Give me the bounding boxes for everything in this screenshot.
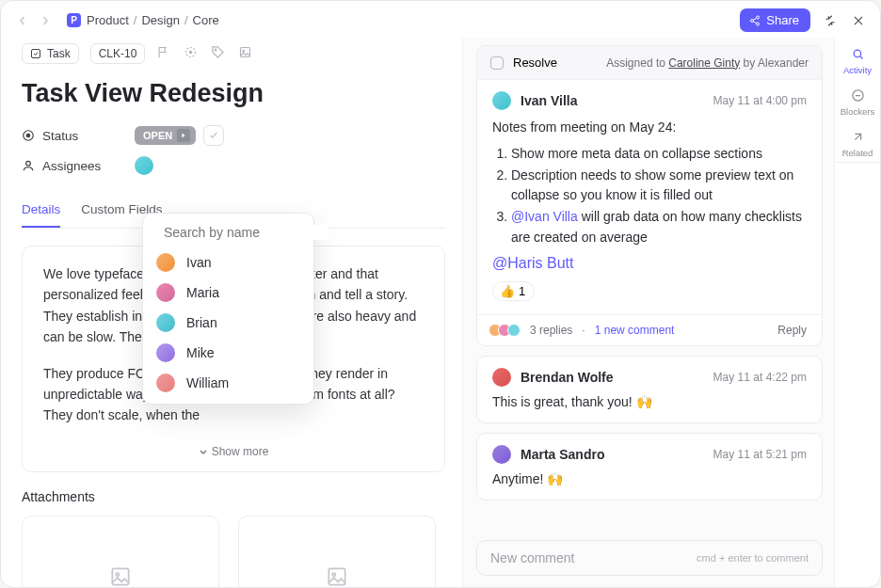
assignee-dropdown[interactable]: Ivan Maria Brian Mike William [142, 213, 314, 405]
svg-point-8 [243, 50, 245, 52]
comment-avatar [492, 368, 511, 387]
new-comment-input[interactable]: New comment cmd + enter to comment [476, 540, 823, 576]
comment-card: Marta Sandro May 11 at 5:21 pm Anytime! … [476, 433, 823, 501]
assignee-option[interactable]: Mike [143, 338, 313, 368]
svg-point-5 [190, 51, 193, 54]
status-icon [22, 129, 35, 142]
assignees-icon [22, 159, 35, 172]
svg-point-1 [751, 19, 754, 22]
resolve-checkbox[interactable] [490, 56, 504, 70]
thread-assignment: Assigned to Caroline Ginty by Alexander [606, 56, 809, 70]
nav-back[interactable] [14, 12, 31, 29]
comment-avatar [492, 445, 511, 464]
svg-point-11 [26, 161, 31, 166]
svg-point-10 [26, 134, 30, 137]
comment-text: Notes from meeting on May 24: [492, 119, 807, 135]
close-icon[interactable] [850, 12, 867, 29]
task-id-chip[interactable]: CLK-10 [90, 43, 146, 64]
assignee-option[interactable]: Brian [143, 308, 313, 338]
reply-button[interactable]: Reply [777, 324, 807, 337]
status-pill[interactable]: OPEN [135, 126, 196, 145]
comment-timestamp: May 11 at 4:22 pm [713, 371, 807, 384]
svg-rect-12 [112, 568, 128, 584]
tab-details[interactable]: Details [22, 197, 60, 228]
breadcrumb: Product/Design/Core [87, 13, 219, 27]
collapse-icon[interactable] [822, 12, 839, 29]
comment-author: Ivan Villa [521, 93, 577, 108]
comment-list-item: Show more meta data on collapse sections [511, 144, 807, 165]
assignee-avatar[interactable] [135, 156, 153, 175]
svg-point-0 [757, 16, 760, 19]
attachment-placeholder[interactable] [238, 516, 436, 587]
crumb-product[interactable]: Product [87, 13, 129, 27]
attachment-placeholder[interactable] [22, 516, 219, 587]
space-badge: P [67, 13, 81, 27]
assignee-option[interactable]: William [143, 368, 313, 398]
mention-link[interactable]: @Haris Butt [492, 255, 573, 271]
resolve-label: Resolve [513, 56, 557, 70]
image-icon[interactable] [238, 45, 252, 63]
status-value: OPEN [143, 130, 172, 141]
svg-point-13 [116, 573, 119, 576]
comment-list-item: @Ivan Villa will grab data on how many c… [511, 207, 807, 247]
svg-rect-7 [241, 47, 250, 56]
complete-checkbox[interactable] [203, 125, 224, 146]
nav-forward[interactable] [37, 12, 54, 29]
svg-point-2 [757, 23, 760, 25]
comment-timestamp: May 11 at 5:21 pm [713, 448, 807, 461]
assignee-option[interactable]: Maria [143, 278, 313, 308]
comment-author: Marta Sandro [521, 447, 604, 462]
crumb-core[interactable]: Core [193, 13, 219, 27]
comment-card: Brendan Wolfe May 11 at 4:22 pm This is … [476, 356, 823, 423]
reply-avatars [492, 324, 521, 337]
tag-icon[interactable] [211, 45, 225, 63]
comment-timestamp: May 11 at 4:00 pm [713, 94, 807, 107]
comment-list-item: Description needs to show some preview t… [511, 166, 807, 206]
activity-thread-card: Resolve Assigned to Caroline Ginty by Al… [476, 45, 823, 346]
reaction-chip[interactable]: 👍1 [492, 281, 535, 301]
crumb-design[interactable]: Design [141, 13, 179, 27]
svg-point-6 [215, 49, 216, 51]
assignees-label: Assignees [42, 159, 101, 173]
comment-text: This is great, thank you! 🙌 [492, 394, 807, 409]
rail-blockers[interactable]: Blockers [841, 88, 874, 117]
comment-text: Anytime! 🙌 [492, 471, 807, 486]
task-type-chip[interactable]: Task [22, 43, 79, 64]
replies-count[interactable]: 3 replies [530, 324, 572, 337]
svg-rect-3 [32, 50, 40, 58]
mention-link[interactable]: @Ivan Villa [511, 209, 578, 224]
svg-point-17 [854, 50, 861, 57]
page-title[interactable]: Task View Redesign [22, 79, 445, 108]
comment-author: Brendan Wolfe [521, 370, 614, 385]
svg-rect-14 [328, 568, 344, 584]
new-comment-link[interactable]: 1 new comment [595, 324, 675, 337]
task-type-label: Task [47, 47, 71, 60]
share-label: Share [766, 13, 799, 27]
assignee-search-input[interactable] [164, 225, 328, 240]
rail-activity[interactable]: Activity [843, 47, 872, 75]
attachments-header: Attachments [22, 489, 445, 504]
svg-point-15 [332, 573, 335, 576]
sprint-icon[interactable] [184, 45, 198, 63]
share-button[interactable]: Share [740, 8, 810, 32]
rail-related[interactable]: Related [842, 130, 873, 158]
status-label: Status [42, 129, 78, 143]
new-comment-hint: cmd + enter to comment [697, 552, 809, 564]
comment-avatar [492, 91, 511, 110]
new-comment-placeholder: New comment [490, 550, 574, 565]
flag-icon[interactable] [156, 45, 170, 63]
assignee-option[interactable]: Ivan [143, 247, 313, 278]
show-more-button[interactable]: Show more [43, 441, 424, 462]
